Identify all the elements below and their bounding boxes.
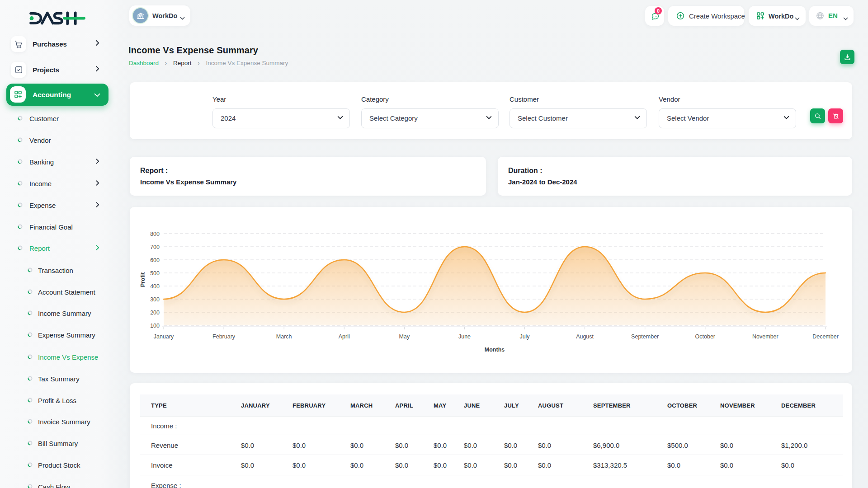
- svg-text:June: June: [458, 333, 471, 340]
- svg-text:October: October: [695, 333, 715, 340]
- svg-text:700: 700: [150, 244, 160, 250]
- svg-text:800: 800: [150, 231, 160, 237]
- svg-text:January: January: [154, 333, 174, 340]
- svg-text:December: December: [812, 333, 839, 340]
- svg-text:Profit: Profit: [140, 272, 146, 287]
- svg-text:August: August: [576, 333, 594, 340]
- svg-text:300: 300: [150, 296, 160, 303]
- svg-text:May: May: [399, 333, 410, 340]
- svg-text:600: 600: [150, 257, 160, 263]
- svg-text:200: 200: [150, 310, 160, 316]
- svg-text:March: March: [276, 333, 292, 340]
- svg-text:500: 500: [150, 270, 160, 277]
- svg-text:100: 100: [150, 323, 160, 329]
- svg-text:February: February: [212, 333, 236, 340]
- svg-text:400: 400: [150, 283, 160, 290]
- svg-text:Months: Months: [485, 347, 505, 353]
- svg-text:September: September: [631, 333, 659, 340]
- svg-text:April: April: [339, 333, 350, 340]
- svg-text:November: November: [752, 333, 778, 340]
- svg-text:July: July: [519, 333, 530, 340]
